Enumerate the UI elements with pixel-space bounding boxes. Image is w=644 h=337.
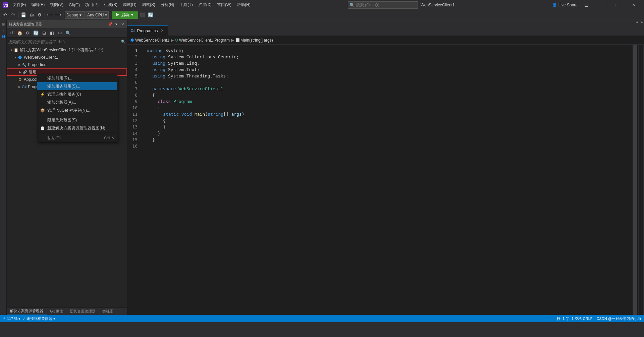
programcs-arrow-icon: ▶ xyxy=(17,85,21,89)
close-button[interactable]: ✕ xyxy=(626,0,641,10)
panel-header: 解决方案资源管理器 📌 ▾ ✕ xyxy=(7,20,127,29)
toolbar-sep-3 xyxy=(63,12,63,18)
status-position[interactable]: 行: 1 字: 1 空格 CRLF xyxy=(557,316,592,321)
ctx-manage-connected[interactable]: ⚡ 管理连接的服务(C) xyxy=(37,90,117,98)
toolbar-restart[interactable]: 🔄 xyxy=(147,11,154,19)
menu-extensions[interactable]: 扩展(X) xyxy=(196,1,214,9)
panel-tb-sync[interactable]: ↺ xyxy=(8,30,15,37)
ctx-add-analyzer[interactable]: 添加分析器(A)... xyxy=(37,98,117,106)
code-line-7: namespace WebServiceClient1 xyxy=(144,86,633,92)
toolbar-redo[interactable]: ↷ xyxy=(9,11,17,19)
panel-tb-view[interactable]: ◧ xyxy=(48,30,56,37)
menu-build[interactable]: 生成(B) xyxy=(101,1,120,9)
status-branch[interactable]: ⑂ xyxy=(3,317,5,321)
panel-tb-collapse[interactable]: ⊟ xyxy=(40,30,48,37)
minimize-button[interactable]: ─ xyxy=(592,0,608,10)
top-scroll-right[interactable]: ▶ xyxy=(639,20,644,24)
panel-header-icons: 📌 ▾ ✕ xyxy=(108,22,125,27)
line-num-13: 13 xyxy=(127,124,140,130)
panel-tab-solution[interactable]: 解决方案资源管理器 xyxy=(7,308,47,315)
toolbar-back[interactable]: ⟵ xyxy=(46,11,54,19)
panel-pin-icon[interactable]: 📌 xyxy=(108,22,113,27)
code-content[interactable]: ⊟using System; using System.Collections.… xyxy=(144,45,633,315)
panel-tb-refresh[interactable]: 🔄 xyxy=(32,30,40,37)
menu-analyze[interactable]: 分析(N) xyxy=(158,1,177,9)
ctx-new-view[interactable]: 📋 新建解决方案资源管理器视图(N) xyxy=(37,124,117,132)
activity-solution-icon[interactable]: ⊞ xyxy=(1,21,6,27)
breadcrumb-project[interactable]: 🔷 WebServiceClient1 xyxy=(130,38,169,43)
panel-tb-more[interactable]: ⚙ xyxy=(56,30,64,37)
activity-git-icon[interactable]: ⑂ xyxy=(1,27,6,33)
debug-config-dropdown[interactable]: Debug ▾ xyxy=(65,11,85,19)
line-num-6: 6 xyxy=(127,79,140,86)
panel-tb-settings[interactable]: ⚙ xyxy=(24,30,32,37)
toolbar-save-all[interactable]: 🗂 xyxy=(28,11,35,19)
platform-dropdown[interactable]: Any CPU ▾ xyxy=(86,11,109,19)
tree-solution[interactable]: ▾ 📋 解决方案'WebServiceClient1'(1 个项目/共 1 个) xyxy=(7,46,127,54)
breadcrumb-sep-1: ▶ xyxy=(171,38,174,43)
panel-dropdown-icon[interactable]: ▾ xyxy=(114,22,119,27)
menu-window[interactable]: 窗口(W) xyxy=(214,1,234,9)
status-issues[interactable]: ✓ 未找到相关问题 ▾ xyxy=(22,316,55,321)
extensions-button[interactable]: ⊏ xyxy=(582,2,591,8)
ctx-manage-connected-icon: ⚡ xyxy=(40,92,45,97)
breadcrumb-class-icon: ⬡ xyxy=(175,38,178,42)
menu-help[interactable]: 帮助(H) xyxy=(234,1,253,9)
ctx-add-service-label: 添加服务引用(S)... xyxy=(47,83,114,89)
tree-project[interactable]: ▾ 🔷 WebServiceClient1 xyxy=(7,54,127,61)
status-zoom[interactable]: 117 % ▾ xyxy=(7,317,20,321)
panel-tab-git[interactable]: Git 更改 xyxy=(47,308,66,315)
tree-properties[interactable]: ▶ 🔧 Properties xyxy=(7,61,127,68)
toolbar-stop[interactable]: ⬛ xyxy=(139,11,146,19)
line-num-15: 15 xyxy=(127,136,140,143)
panel-tb-home[interactable]: 🏠 xyxy=(16,30,23,37)
breadcrumb-class[interactable]: ⬡ WebServiceClient1.Program xyxy=(175,38,230,43)
restore-button[interactable]: □ xyxy=(609,0,625,10)
ctx-manage-nuget[interactable]: 📦 管理 NuGet 程序包(N)... xyxy=(37,106,117,114)
ctx-new-view-icon: 📋 xyxy=(40,125,45,131)
search-input[interactable] xyxy=(356,3,416,7)
editor-tab-close[interactable]: ✕ xyxy=(160,29,164,33)
panel-tab-class[interactable]: 类视图 xyxy=(99,308,117,315)
ctx-add-service-reference[interactable]: 添加服务引用(S)... xyxy=(37,82,117,90)
breadcrumb-method-label: Main(string[] args) xyxy=(240,38,273,43)
properties-label: Properties xyxy=(28,62,46,67)
panel-tb-search2[interactable]: 🔍 xyxy=(64,30,72,37)
ctx-scope[interactable]: 限定为此范围(S) xyxy=(37,116,117,124)
menu-debug[interactable]: 调试(D) xyxy=(120,1,139,9)
menu-view[interactable]: 视图(V) xyxy=(47,1,66,9)
platform-arrow: ▾ xyxy=(105,13,107,17)
menu-project[interactable]: 项目(P) xyxy=(83,1,101,9)
project-icon: 🔷 xyxy=(17,55,23,60)
live-share-button[interactable]: 👤 Live Share xyxy=(549,2,580,8)
references-arrow-icon: ▶ xyxy=(18,70,22,74)
code-line-5: using System.Threading.Tasks; xyxy=(144,73,633,79)
menu-tools[interactable]: 工具(T) xyxy=(177,1,195,9)
app-title: WebServiceClient1 xyxy=(421,3,455,7)
menu-file[interactable]: 文件(F) xyxy=(10,1,29,9)
ctx-add-reference[interactable]: 添加引用(R)... xyxy=(37,74,117,82)
code-line-14: } xyxy=(144,130,633,136)
search-box[interactable]: 🔍 xyxy=(348,1,418,9)
menu-git[interactable]: Git(G) xyxy=(66,1,83,9)
toolbar-save[interactable]: 💾 xyxy=(20,11,27,19)
activity-team-icon[interactable]: 👥 xyxy=(1,34,6,39)
vs-logo-icon: VS xyxy=(3,2,8,8)
ctx-separator-2 xyxy=(37,133,117,133)
run-button[interactable]: ▶ 启动 ▼ xyxy=(112,11,138,19)
editor-tab-programcs[interactable]: C# Program.cs ✕ xyxy=(127,25,168,36)
menu-test[interactable]: 测试(S) xyxy=(139,1,158,9)
panel-tab-team[interactable]: 团队资源管理器 xyxy=(66,308,99,315)
toolbar-forward[interactable]: ⟶ xyxy=(54,11,62,19)
toolbar-cmd[interactable]: ⚙ xyxy=(36,11,43,19)
ctx-separator-1 xyxy=(37,115,117,115)
panel-search-input[interactable] xyxy=(8,40,121,44)
status-zoom-arrow: ▾ xyxy=(18,317,20,321)
line-num-2: 2 xyxy=(127,54,140,60)
breadcrumb-method[interactable]: ⬜ Main(string[] args) xyxy=(235,38,273,43)
editor-vscroll[interactable] xyxy=(633,45,637,315)
toolbar-undo[interactable]: ↶ xyxy=(1,11,9,19)
panel-close-icon[interactable]: ✕ xyxy=(120,22,125,27)
menu-edit[interactable]: 编辑(E) xyxy=(29,1,47,9)
top-scroll-left[interactable]: ◀ xyxy=(635,20,639,24)
